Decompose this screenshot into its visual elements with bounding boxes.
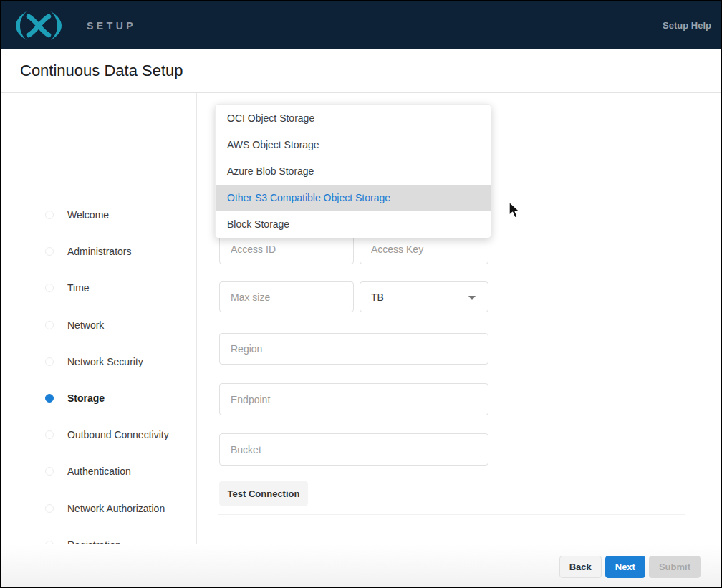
step-circle-icon xyxy=(45,247,54,256)
app-header: SETUP Setup Help xyxy=(1,1,721,49)
sidebar-step-welcome[interactable]: Welcome xyxy=(45,208,109,222)
sidebar-step-network-authorization[interactable]: Network Authorization xyxy=(45,501,165,516)
step-label: Network Security xyxy=(67,356,143,367)
step-label: Authentication xyxy=(67,466,131,477)
step-circle-icon xyxy=(45,321,54,329)
step-label: Outbound Connectivity xyxy=(67,429,169,440)
step-circle-icon xyxy=(45,211,54,219)
step-label: Time xyxy=(67,282,90,294)
step-label: Network xyxy=(67,319,104,331)
step-label: Storage xyxy=(67,392,105,404)
bucket-input[interactable] xyxy=(219,433,488,466)
header-divider xyxy=(72,10,72,42)
step-circle-icon xyxy=(45,467,54,476)
setup-steps-sidebar: WelcomeAdministratorsTimeNetworkNetwork … xyxy=(1,93,197,544)
dropdown-option-oci-object-storage[interactable]: OCI Object Storage xyxy=(216,105,491,131)
step-label: Network Authorization xyxy=(67,503,165,514)
size-unit-select[interactable]: TB xyxy=(360,281,488,312)
sidebar-step-network[interactable]: Network xyxy=(45,318,104,332)
dropdown-option-other-s3-compatible-object-storage[interactable]: Other S3 Compatible Object Storage xyxy=(216,185,491,211)
storage-type-dropdown-menu: OCI Object StorageAWS Object StorageAzur… xyxy=(215,104,491,238)
form-section-divider xyxy=(218,514,685,515)
dropdown-option-azure-blob-storage[interactable]: Azure Blob Storage xyxy=(216,158,491,184)
setup-window: SETUP Setup Help Continuous Data Setup W… xyxy=(0,0,722,588)
delphix-logo-icon xyxy=(16,11,62,41)
brand-label: SETUP xyxy=(87,20,136,32)
footer-buttons: Back Next Submit xyxy=(559,556,701,578)
sidebar-step-outbound-connectivity[interactable]: Outbound Connectivity xyxy=(45,428,169,442)
setup-help-link[interactable]: Setup Help xyxy=(663,1,711,49)
step-circle-icon xyxy=(45,357,54,366)
step-label: Administrators xyxy=(67,246,131,257)
wizard-footer: Back Next Submit xyxy=(1,544,721,587)
sidebar-step-network-security[interactable]: Network Security xyxy=(45,355,143,369)
back-button[interactable]: Back xyxy=(559,556,602,578)
sidebar-step-time[interactable]: Time xyxy=(45,281,90,295)
title-bar: Continuous Data Setup xyxy=(1,49,721,93)
size-unit-value: TB xyxy=(371,291,384,303)
submit-button: Submit xyxy=(649,556,701,578)
step-circle-icon xyxy=(45,430,54,439)
endpoint-input[interactable] xyxy=(219,383,488,415)
content-area: WelcomeAdministratorsTimeNetworkNetwork … xyxy=(1,93,721,544)
step-circle-icon xyxy=(45,284,54,292)
dropdown-option-aws-object-storage[interactable]: AWS Object Storage xyxy=(216,131,491,158)
chevron-down-icon xyxy=(468,296,476,300)
sidebar-step-storage[interactable]: Storage xyxy=(45,391,105,405)
step-label: Welcome xyxy=(67,209,109,221)
test-connection-button[interactable]: Test Connection xyxy=(219,481,308,506)
dropdown-option-block-storage[interactable]: Block Storage xyxy=(216,211,491,238)
step-circle-icon xyxy=(45,504,54,513)
sidebar-step-administrators[interactable]: Administrators xyxy=(45,244,131,259)
sidebar-step-authentication[interactable]: Authentication xyxy=(45,464,131,478)
next-button[interactable]: Next xyxy=(605,556,645,578)
region-input[interactable] xyxy=(219,333,488,365)
max-size-input[interactable] xyxy=(219,281,354,312)
page-title: Continuous Data Setup xyxy=(20,62,183,80)
step-active-dot-icon xyxy=(45,394,54,403)
